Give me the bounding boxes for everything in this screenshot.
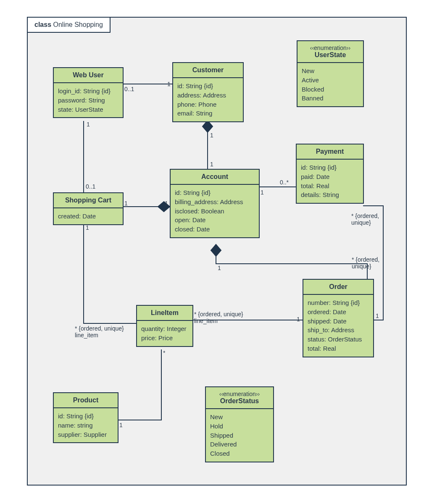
frame-prefix: class xyxy=(34,21,51,28)
class-order: Order number: String {id} ordered: Date … xyxy=(303,279,374,357)
enum-title: OrderStatus xyxy=(208,397,271,405)
class-body: quantity: Integer price: Price xyxy=(137,321,192,346)
class-title: Payment xyxy=(297,144,363,160)
attr: isclosed: Boolean xyxy=(175,207,255,216)
mult-customer-account-top: 1 xyxy=(210,132,213,139)
mult-webuser-customer-left: 0..1 xyxy=(124,86,134,92)
class-body: id: String {id} name: string supplier: S… xyxy=(54,408,118,442)
literal: Active xyxy=(302,76,359,85)
mult-webuser-cart-bottom: 0..1 xyxy=(86,183,95,190)
class-body: id: String {id} paid: Date total: Real d… xyxy=(297,160,363,203)
attr: id: String {id} xyxy=(175,188,255,197)
stereotype: ‹‹enumeration›› xyxy=(300,45,361,51)
attr: paid: Date xyxy=(301,172,359,181)
mult-customer-account-bottom: 1 xyxy=(210,161,213,168)
mult-webuser-customer-right: 1 xyxy=(167,81,171,87)
mult-cart-account-left: 1 xyxy=(124,200,128,207)
class-title: ‹‹enumeration›› OrderStatus xyxy=(206,387,273,409)
attr: closed: Date xyxy=(175,225,255,234)
attr: open: Date xyxy=(175,215,255,225)
attr: id: String {id} xyxy=(58,412,113,421)
attr: details: String xyxy=(301,190,359,200)
mult-lineitem-order-right: 1 xyxy=(297,316,300,323)
mult-account-order-right: * {ordered, unique} xyxy=(352,256,379,270)
enum-orderstatus: ‹‹enumeration›› OrderStatus New Hold Shi… xyxy=(205,386,274,462)
attr: id: String {id} xyxy=(301,163,359,172)
attr: email: String xyxy=(177,109,239,118)
attr: ordered: Date xyxy=(308,307,369,317)
attr: ship_to: Address xyxy=(308,326,369,335)
class-title: Customer xyxy=(173,63,243,78)
mult-lineitem-product-top: * xyxy=(163,349,165,356)
frame-title-tab: class Online Shopping xyxy=(27,17,111,33)
attr: total: Real xyxy=(308,344,369,353)
attr: password: String xyxy=(58,96,118,105)
attr: address: Address xyxy=(177,91,239,100)
class-product: Product id: String {id} name: string sup… xyxy=(53,392,118,443)
mult-account-order-left: 1 xyxy=(218,265,221,271)
class-body: id: String {id} billing_address: Address… xyxy=(171,185,259,237)
class-title: LineItem xyxy=(137,306,192,321)
attr: price: Price xyxy=(141,333,188,343)
frame-title: Online Shopping xyxy=(53,21,103,28)
class-payment: Payment id: String {id} paid: Date total… xyxy=(296,144,364,204)
mult-payment-order-top: * {ordered, unique} xyxy=(351,213,379,226)
class-body: created: Date xyxy=(54,208,123,224)
enum-userstate: ‹‹enumeration›› UserState New Active Blo… xyxy=(297,40,364,107)
class-body: New Hold Shipped Delivered Closed xyxy=(206,409,273,462)
mult-webuser-cart-top: 1 xyxy=(87,121,90,128)
stereotype: ‹‹enumeration›› xyxy=(208,391,271,397)
enum-title: UserState xyxy=(300,51,361,59)
class-body: login_id: String {id} password: String s… xyxy=(54,83,123,117)
mult-cart-account-right: 1 xyxy=(165,200,168,207)
attr: created: Date xyxy=(58,212,118,221)
class-title: ‹‹enumeration›› UserState xyxy=(297,41,363,63)
class-shopping-cart: Shopping Cart created: Date xyxy=(53,192,124,225)
mult-payment-order-bottom: 1 xyxy=(376,312,379,319)
class-title: Product xyxy=(54,393,118,408)
class-title: Order xyxy=(303,280,373,295)
class-account: Account id: String {id} billing_address:… xyxy=(170,169,260,238)
attr: phone: Phone xyxy=(177,100,239,109)
class-lineitem: LineItem quantity: Integer price: Price xyxy=(136,305,193,347)
attr: supplier: Supplier xyxy=(58,430,113,439)
literal: Blocked xyxy=(302,85,359,94)
literal: Shipped xyxy=(210,431,269,440)
mult-lineitem-product-bottom: 1 xyxy=(119,422,123,428)
attr: total: Real xyxy=(301,181,359,191)
literal: New xyxy=(302,66,359,76)
class-title: Account xyxy=(171,170,259,185)
role-lineitem-order-left: * {ordered, unique} line_item xyxy=(194,311,243,324)
literal: Closed xyxy=(210,449,269,458)
literal: Banned xyxy=(302,94,359,103)
attr: state: UserState xyxy=(58,105,118,114)
class-title: Web User xyxy=(54,68,123,83)
literal: Hold xyxy=(210,422,269,431)
class-title: Shopping Cart xyxy=(54,193,123,208)
class-body: number: String {id} ordered: Date shippe… xyxy=(303,295,373,357)
attr: quantity: Integer xyxy=(141,324,188,333)
attr: number: String {id} xyxy=(308,298,369,307)
uml-class-diagram: class Online Shopping Web User login_id xyxy=(0,0,437,504)
class-web-user: Web User login_id: String {id} password:… xyxy=(53,67,124,118)
mult-account-payment-right: 0..* xyxy=(280,179,289,186)
attr: billing_address: Address xyxy=(175,197,255,207)
literal: Delivered xyxy=(210,440,269,449)
attr: id: String {id} xyxy=(177,81,239,91)
mult-cart-lineitem-bottom: * {ordered, unique} line_item xyxy=(75,325,124,339)
literal: New xyxy=(210,412,269,422)
attr: shipped: Date xyxy=(308,317,369,326)
attr: login_id: String {id} xyxy=(58,87,118,96)
mult-cart-lineitem-top: 1 xyxy=(86,224,89,231)
class-body: New Active Blocked Banned xyxy=(297,63,363,106)
class-body: id: String {id} address: Address phone: … xyxy=(173,78,243,121)
mult-account-payment-left: 1 xyxy=(261,189,264,196)
attr: name: string xyxy=(58,421,113,430)
class-customer: Customer id: String {id} address: Addres… xyxy=(172,62,244,122)
attr: status: OrderStatus xyxy=(308,335,369,344)
